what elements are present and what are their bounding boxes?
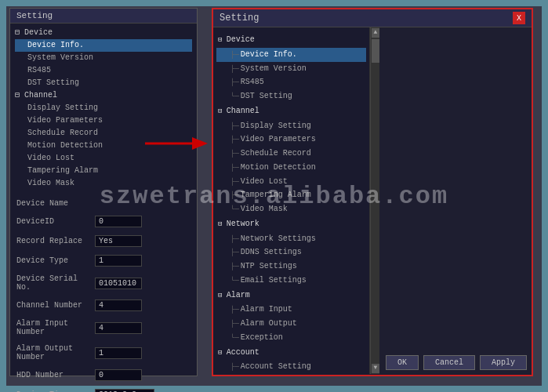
red-arrow-indicator xyxy=(145,132,208,155)
right-tree-schedule-record[interactable]: Schedule Record xyxy=(216,147,366,161)
right-tree-network-settings[interactable]: Network Settings xyxy=(216,232,366,246)
scroll-down-button[interactable]: ▼ xyxy=(372,364,379,373)
field-serial-label: Device Serial No. xyxy=(16,274,95,292)
field-channel-value[interactable]: 4 xyxy=(95,299,142,311)
field-hdd-label: HDD Number xyxy=(16,371,95,379)
field-alarm-out-label: Alarm Output Number xyxy=(16,344,95,361)
right-tree-alarm-header[interactable]: Alarm xyxy=(216,288,366,303)
field-record-replace-label: Record Replace xyxy=(16,237,95,245)
left-content: Device Name DeviceID 0 Record Replace Ye… xyxy=(10,193,197,392)
left-title: Setting xyxy=(16,11,53,20)
field-device-type-label: Device Type xyxy=(16,256,95,265)
right-tree-account-setting[interactable]: Account Setting xyxy=(216,360,366,374)
right-tree-video-mask[interactable]: Video Mask xyxy=(216,202,366,216)
field-hdd-value[interactable]: 0 xyxy=(95,369,142,381)
left-tree-channel: ⊟ Channel xyxy=(15,89,192,102)
field-device-name-label: Device Name xyxy=(16,199,95,208)
close-button[interactable]: X xyxy=(513,12,525,24)
right-tree-ddns[interactable]: DDNS Settings xyxy=(216,245,366,260)
left-tree-dst[interactable]: DST Setting xyxy=(15,77,192,89)
ok-button[interactable]: OK xyxy=(386,355,419,370)
right-tree-network-header[interactable]: Network xyxy=(216,216,366,232)
left-tree-video-mask[interactable]: Video Mask xyxy=(15,177,192,190)
right-tree-device-header[interactable]: Device xyxy=(216,32,366,48)
field-alarm-out-row: Alarm Output Number 1 xyxy=(16,344,191,361)
right-tree-ntp[interactable]: NTP Settings xyxy=(216,260,366,274)
scroll-thumb[interactable] xyxy=(372,39,379,63)
field-device-id-row: DeviceID 0 xyxy=(16,216,191,227)
cancel-button[interactable]: Cancel xyxy=(423,355,475,370)
right-content-panel xyxy=(379,27,532,374)
field-record-replace-value[interactable]: Yes xyxy=(95,235,142,247)
field-device-id-value[interactable]: 0 xyxy=(95,216,142,227)
field-channel-label: Channel Number xyxy=(16,301,95,310)
right-tree-account-header[interactable]: Account xyxy=(216,345,366,361)
field-hdd-row: HDD Number 0 xyxy=(16,369,191,381)
field-alarm-out-value[interactable]: 1 xyxy=(95,347,142,359)
right-tree-dst[interactable]: DST Setting xyxy=(216,89,366,103)
field-record-replace-row: Record Replace Yes xyxy=(16,235,191,247)
left-tree-system-version[interactable]: System Version xyxy=(15,52,192,64)
right-tree-video-lost[interactable]: Video Lost xyxy=(216,175,366,189)
field-time-row: Device Time 2013-3-2... xyxy=(16,389,191,392)
left-tree-device-info[interactable]: Device Info. xyxy=(15,39,192,52)
right-body: Device Device Info. System Version RS485… xyxy=(213,27,532,374)
right-tree-email[interactable]: Email Settings xyxy=(216,274,366,288)
right-tree-alarm-input[interactable]: Alarm Input xyxy=(216,303,366,317)
apply-button[interactable]: Apply xyxy=(480,355,527,370)
field-device-type-row: Device Type 1 xyxy=(16,255,191,267)
right-titlebar: Setting X xyxy=(213,9,532,27)
left-titlebar: Setting xyxy=(10,9,197,24)
right-bottom-bar: OK Cancel Apply xyxy=(386,355,527,370)
right-tree-channel-header[interactable]: Channel xyxy=(216,103,366,119)
field-channel-row: Channel Number 4 xyxy=(16,299,191,311)
right-tree-panel: Device Device Info. System Version RS485… xyxy=(213,27,370,374)
field-alarm-in-row: Alarm Input Number 4 xyxy=(16,319,191,336)
left-tree-device: ⊟ Device xyxy=(15,27,192,39)
field-device-id-label: DeviceID xyxy=(16,217,95,226)
right-tree-alarm-output[interactable]: Alarm Output xyxy=(216,317,366,331)
right-tree-display-setting[interactable]: Display Setting xyxy=(216,119,366,133)
right-tree-device-info[interactable]: Device Info. xyxy=(216,48,366,62)
right-title: Setting xyxy=(220,13,259,24)
left-tree-rs485[interactable]: RS485 xyxy=(15,64,192,77)
right-scrollbar[interactable]: ▲ ▼ xyxy=(370,27,379,374)
field-serial-value[interactable]: 01051010 xyxy=(95,278,142,289)
field-alarm-in-label: Alarm Input Number xyxy=(16,319,95,336)
right-tree-tampering-alarm[interactable]: Tampering Alarm xyxy=(216,188,366,202)
right-tree-motion-detection[interactable]: Motion Detection xyxy=(216,161,366,175)
right-tree-rs485[interactable]: RS485 xyxy=(216,75,366,89)
left-tree-tamper[interactable]: Tampering Alarm xyxy=(15,165,192,177)
svg-marker-1 xyxy=(192,137,208,150)
right-setting-window: Setting X Device Device Info. System Ver… xyxy=(212,8,533,376)
field-device-name-row: Device Name xyxy=(16,199,191,208)
field-time-value[interactable]: 2013-3-2... xyxy=(95,389,154,392)
field-device-type-value[interactable]: 1 xyxy=(95,255,142,267)
left-tree-video-params[interactable]: Video Parameters xyxy=(15,114,192,127)
right-tree-exception[interactable]: Exception xyxy=(216,331,366,345)
left-setting-window: Setting ⊟ Device Device Info. System Ver… xyxy=(9,8,198,376)
field-alarm-in-value[interactable]: 4 xyxy=(95,322,142,334)
right-tree-video-params[interactable]: Video Parameters xyxy=(216,132,366,147)
scroll-up-button[interactable]: ▲ xyxy=(372,28,379,38)
field-serial-row: Device Serial No. 01051010 xyxy=(16,274,191,292)
left-tree-display[interactable]: Display Setting xyxy=(15,102,192,114)
right-tree-system-version[interactable]: System Version xyxy=(216,62,366,76)
left-tree: ⊟ Device Device Info. System Version RS4… xyxy=(10,24,197,193)
